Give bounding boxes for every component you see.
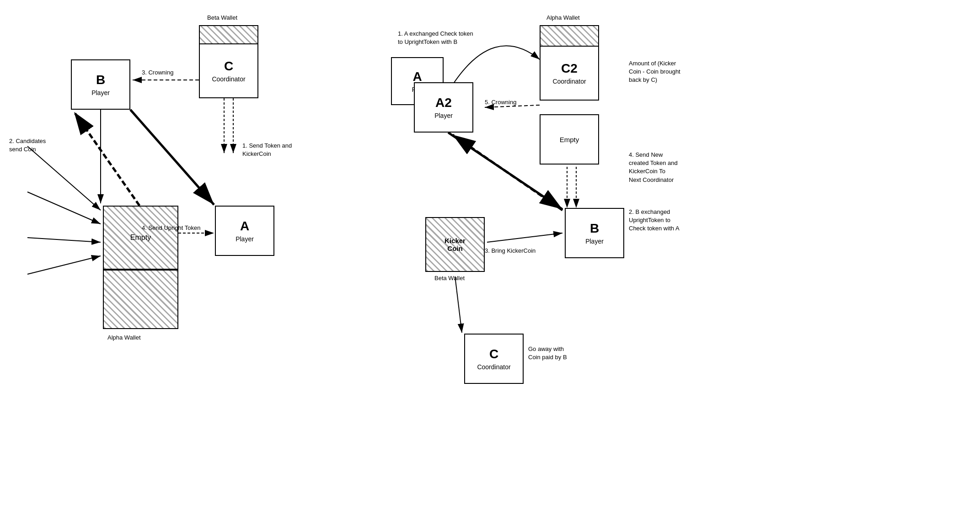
node-a2-title: A2	[435, 96, 452, 110]
kicker-coin-label: KickerCoin	[444, 237, 466, 252]
label-beta-wallet-left: Beta Wallet	[207, 14, 237, 22]
node-a-left: A Player	[215, 206, 274, 256]
node-b-left-title: B	[96, 73, 105, 87]
node-c-right-bottom-subtitle: Coordinator	[477, 363, 510, 371]
alpha-wallet-left	[103, 270, 178, 329]
svg-line-13	[27, 256, 101, 274]
node-a2: A2 Player	[414, 82, 473, 133]
label-alpha-wallet-right: Alpha Wallet	[546, 14, 580, 22]
label-send-token-left: 1. Send Token andKickerCoin	[242, 142, 292, 158]
svg-line-10	[27, 146, 101, 210]
svg-line-12	[27, 238, 101, 242]
node-c-right-bottom-title: C	[489, 347, 498, 361]
node-a-right-title: A	[412, 69, 422, 84]
label-beta-wallet-right: Beta Wallet	[434, 274, 465, 282]
node-c-left-title: C	[224, 59, 233, 74]
node-b-left: B Player	[71, 59, 130, 110]
empty-label-right: Empty	[560, 136, 579, 143]
svg-line-19	[487, 233, 562, 242]
node-a-left-subtitle: Player	[236, 235, 254, 243]
node-a2-subtitle: Player	[434, 112, 453, 119]
svg-line-20	[455, 276, 462, 333]
label-crowning-left: 3. Crowning	[142, 69, 173, 77]
node-c2: C2 Coordinator	[540, 46, 599, 101]
node-a-left-title: A	[240, 219, 249, 234]
node-b-right-title: B	[590, 221, 599, 236]
svg-line-11	[27, 192, 101, 224]
node-b-left-subtitle: Player	[91, 89, 110, 96]
label-go-away: Go away withCoin paid by B	[528, 345, 567, 361]
label-a-exchanged: 1. A exchanged Check tokento UprightToke…	[398, 30, 526, 46]
empty-node-left: Empty	[103, 206, 178, 270]
label-candidates-left: 2. Candidatessend Coin	[9, 137, 46, 154]
label-alpha-wallet-left: Alpha Wallet	[107, 334, 141, 342]
svg-line-8	[74, 112, 139, 206]
label-amount-kicker: Amount of (KickerCoin - Coin broughtback…	[629, 59, 729, 85]
empty-label-left: Empty	[130, 234, 151, 242]
node-c-left-subtitle: Coordinator	[212, 75, 245, 83]
node-c2-title: C2	[561, 61, 578, 76]
label-crowning-right: 5. Crowning	[485, 98, 516, 106]
node-b-right: B Player	[565, 208, 624, 258]
kicker-coin: KickerCoin	[425, 217, 485, 272]
empty-node-right: Empty	[540, 114, 599, 165]
diagram-container: B Player C Coordinator Empty A Player 3.…	[0, 0, 980, 510]
svg-line-7	[130, 110, 214, 205]
node-b-right-subtitle: Player	[585, 238, 604, 245]
label-send-new-token: 4. Send Newcreated Token andKickerCoin T…	[629, 151, 729, 184]
label-bring-kicker: 3. Bring KickerCoin	[485, 247, 536, 255]
node-c2-subtitle: Coordinator	[552, 78, 586, 85]
label-b-exchanged: 2. B exchangedUprightToken toCheck token…	[629, 208, 720, 233]
node-c-right-bottom: C Coordinator	[464, 334, 524, 384]
node-c-left: C Coordinator	[199, 43, 258, 98]
label-send-upright-left: 4. Send Upright Token	[142, 224, 200, 232]
